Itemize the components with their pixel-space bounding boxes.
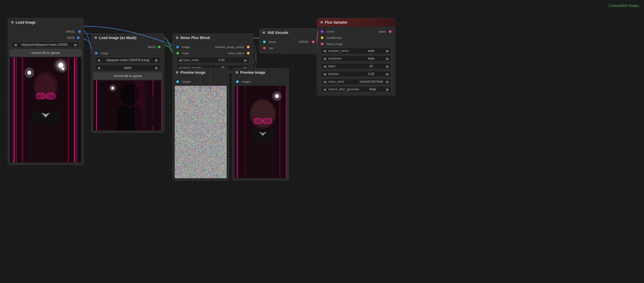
portrait-preview-image (235, 86, 286, 178)
image-prev-btn[interactable]: ◀ (14, 43, 17, 47)
scheduler-value: beta (357, 57, 386, 60)
image-next-btn[interactable]: ▶ (74, 43, 77, 47)
mask-image-preview (93, 80, 162, 130)
scheduler-row: ◀ scheduler beta ▶ (319, 55, 393, 62)
scheduler-prev[interactable]: ◀ (323, 56, 326, 61)
load-image-mask-header: Load Image (as Mask) (91, 34, 164, 42)
vae-dot (263, 31, 265, 34)
svg-rect-19 (37, 94, 44, 98)
svg-rect-3 (12, 57, 13, 163)
svg-point-12 (59, 65, 66, 73)
load-image-upload-btn[interactable]: choose file to upload (10, 50, 81, 56)
steps-value: 42 (357, 64, 386, 68)
control-prev[interactable]: ◀ (323, 87, 326, 91)
vae-title: VAE Encode (267, 31, 288, 35)
noise-seed-row: ◀ noise_seed 143220275975606 ▶ (319, 78, 393, 86)
mask-img-next[interactable]: ▶ (155, 58, 158, 62)
mask-out-row: MASK (93, 44, 162, 50)
mask-img-prev[interactable]: ◀ (97, 58, 100, 62)
denoise-label: denoise (328, 72, 356, 76)
noise-blend-title: Noise Plus Blend (180, 36, 210, 40)
pixels-latent-row: pixels LATENT (262, 39, 316, 45)
preview2-dot (236, 71, 238, 74)
preview2-title: Preview Image (240, 70, 265, 74)
mask-output-row: MASK (10, 35, 81, 41)
latent-out-connector (389, 30, 391, 33)
noise-output-label: noise_output (228, 52, 244, 55)
noise-scale-next[interactable]: ▶ (244, 58, 247, 62)
noise-seed-value: 143220275975606 (357, 80, 386, 83)
model-in-connector (321, 30, 323, 33)
preview1-dot (176, 71, 178, 74)
denoise-next[interactable]: ▶ (386, 72, 389, 76)
control-next[interactable]: ▶ (386, 87, 389, 91)
denoise-value: 0.30 (357, 72, 386, 76)
svg-rect-31 (237, 86, 238, 178)
preview1-images-label: images (182, 80, 191, 83)
load-image-preview (10, 57, 81, 163)
steps-row: ◀ steps 42 ▶ (319, 62, 393, 70)
steps-prev[interactable]: ◀ (323, 64, 326, 68)
vae-in-connector (263, 47, 266, 49)
preview1-images-connector (176, 80, 179, 83)
seed-next[interactable]: ▶ (386, 80, 389, 84)
channel-next[interactable]: ▶ (155, 66, 158, 70)
svg-rect-22 (96, 80, 97, 130)
seed-prev[interactable]: ◀ (323, 80, 326, 84)
svg-rect-32 (286, 86, 286, 178)
mask-image-selector: ◀ clipspace-mask-1393476.9.png ▶ (93, 56, 162, 64)
image-field-value: clipspace/clipspace-mask-142555... (18, 43, 73, 46)
svg-rect-8 (22, 57, 23, 163)
preview1-title: Preview Image (180, 70, 205, 74)
preview2-images-row: images (235, 79, 286, 85)
svg-point-36 (272, 91, 282, 101)
mask-out-label: MASK (148, 45, 156, 49)
image-output-connector (78, 30, 81, 33)
channel-value: alpha (101, 66, 154, 70)
channel-prev[interactable]: ◀ (97, 66, 100, 70)
noise-preview-image (175, 86, 227, 178)
noise-scale-prev[interactable]: ◀ (179, 58, 181, 62)
mask-img-value: clipspace-mask-1393476.9.png (101, 58, 154, 62)
model-latent-row: model latent (319, 29, 393, 35)
vae-in-label: vae (269, 46, 273, 50)
steps-label: steps (328, 64, 356, 68)
image-output-row: IMAGE (10, 29, 81, 35)
noise-image-in-label: image (182, 45, 190, 49)
noise-output-connector (247, 52, 249, 54)
mask-output-connector (77, 36, 80, 39)
svg-rect-28 (134, 80, 145, 130)
steps-next[interactable]: ▶ (386, 64, 389, 68)
svg-rect-6 (77, 57, 78, 163)
load-image-mask-title: Load Image (as Mask) (99, 36, 137, 40)
svg-rect-5 (76, 57, 76, 163)
noise-mask-row: mask noise_output (175, 50, 251, 56)
svg-rect-23 (161, 80, 162, 130)
noise-image-row: image blended_image_output (175, 44, 251, 50)
latent-image-row: latent_image (319, 41, 393, 47)
control-after-value: fixed (360, 88, 385, 91)
svg-rect-4 (74, 57, 75, 163)
vae-encode-node: VAE Encode pixels LATENT vae (259, 28, 318, 53)
preview1-header: Preview Image (173, 68, 229, 77)
denoise-prev[interactable]: ◀ (323, 72, 326, 76)
image-in-label: image (101, 52, 108, 55)
svg-rect-20 (47, 94, 55, 98)
noise-scale-row: ◀ noise_scale 0.50 ▶ (175, 56, 251, 64)
mask-out-connector (158, 46, 160, 48)
preview-image-1-node: Preview Image images (172, 68, 229, 181)
svg-point-10 (24, 68, 34, 78)
scheduler-next[interactable]: ▶ (386, 56, 389, 61)
control-after-label: control_after_generate (328, 88, 359, 91)
sampler-prev[interactable]: ◀ (323, 49, 326, 53)
latent-output-connector (312, 41, 314, 43)
blended-output-label: blended_image_output (215, 45, 244, 49)
svg-point-26 (109, 84, 116, 92)
vae-input-row: vae (262, 45, 316, 51)
mask-upload-btn[interactable]: choose file to upload (93, 73, 162, 79)
noise-mask-in-connector (176, 52, 179, 54)
latent-image-label: latent_image (326, 42, 343, 45)
svg-rect-43 (264, 119, 271, 123)
sampler-next[interactable]: ▶ (386, 49, 389, 53)
conditioning-row: conditioning (319, 35, 393, 41)
